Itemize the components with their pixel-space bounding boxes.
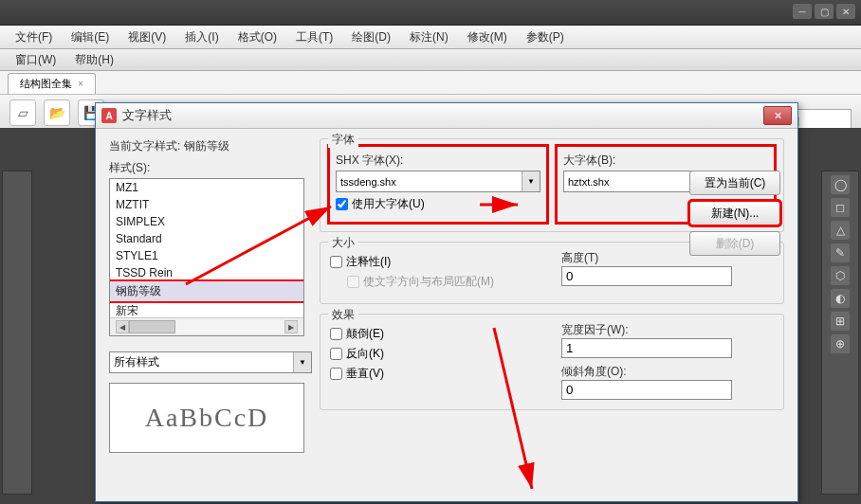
- backwards-checkbox[interactable]: 反向(K): [330, 346, 542, 362]
- checkbox-input[interactable]: [330, 348, 342, 360]
- tool-icon[interactable]: ◻: [831, 198, 850, 217]
- dialog-close-button[interactable]: ✕: [763, 106, 792, 125]
- delete-button[interactable]: 删除(D): [689, 231, 780, 256]
- checkbox-input[interactable]: [330, 368, 342, 380]
- checkbox-label: 颠倒(E): [346, 326, 384, 342]
- maximize-icon[interactable]: ▢: [815, 4, 834, 19]
- tab-label: 结构图全集: [20, 77, 72, 91]
- tab-close-icon[interactable]: ×: [78, 79, 83, 89]
- checkbox-input[interactable]: [336, 198, 348, 210]
- upsidedown-checkbox[interactable]: 颠倒(E): [330, 326, 542, 342]
- new-icon[interactable]: ▱: [9, 99, 36, 126]
- checkbox-input[interactable]: [330, 256, 342, 268]
- left-toolbar: [2, 171, 32, 495]
- tool-icon[interactable]: ⊞: [831, 312, 850, 331]
- set-current-button[interactable]: 置为当前(C): [689, 171, 780, 195]
- width-factor-input[interactable]: [561, 338, 732, 358]
- list-item-selected[interactable]: 钢筋等级: [110, 281, 303, 301]
- menu-window[interactable]: 窗口(W): [8, 50, 64, 70]
- tool-icon[interactable]: ⬡: [831, 266, 850, 285]
- vertical-checkbox[interactable]: 垂直(V): [330, 366, 542, 382]
- menu-modify[interactable]: 修改(M): [460, 27, 515, 47]
- list-item[interactable]: Standard: [110, 230, 303, 247]
- menu-help[interactable]: 帮助(H): [67, 50, 121, 70]
- dialog-titlebar: A 文字样式 ✕: [96, 103, 797, 129]
- tab-document[interactable]: 结构图全集 ×: [8, 73, 96, 94]
- tool-icon[interactable]: ✎: [831, 243, 850, 262]
- tool-icon[interactable]: ◯: [831, 175, 850, 194]
- close-icon[interactable]: ✕: [836, 4, 855, 19]
- menu-insert[interactable]: 插入(I): [177, 27, 226, 47]
- big-font-value: hztxt.shx: [568, 176, 609, 188]
- chevron-down-icon[interactable]: ▼: [293, 352, 311, 372]
- font-preview: AaBbCcD: [109, 383, 304, 453]
- font-group-title: 字体: [328, 132, 358, 148]
- menu-draw[interactable]: 绘图(D): [344, 27, 398, 47]
- document-tabs: 结构图全集 ×: [0, 71, 861, 95]
- checkbox-label: 使用大字体(U): [352, 196, 425, 212]
- height-input[interactable]: [561, 266, 732, 286]
- scroll-left-icon[interactable]: ◀: [116, 320, 129, 333]
- tool-icon[interactable]: ◐: [831, 289, 850, 308]
- menu-param[interactable]: 参数(P): [519, 27, 572, 47]
- oblique-input[interactable]: [561, 380, 732, 400]
- checkbox-input: [347, 276, 359, 288]
- menu-bar: 文件(F) 编辑(E) 视图(V) 插入(I) 格式(O) 工具(T) 绘图(D…: [0, 26, 861, 49]
- menu-bar-2: 窗口(W) 帮助(H): [0, 49, 861, 71]
- dialog-buttons: 置为当前(C) 新建(N)... 删除(D): [689, 171, 784, 261]
- menu-dimension[interactable]: 标注(N): [402, 27, 456, 47]
- styles-listbox[interactable]: MZ1 MZTIT SIMPLEX Standard STYLE1 TSSD R…: [109, 178, 304, 336]
- checkbox-input[interactable]: [330, 328, 342, 340]
- checkbox-label: 注释性(I): [346, 254, 391, 270]
- annotative-checkbox[interactable]: 注释性(I): [330, 254, 542, 270]
- new-button[interactable]: 新建(N)...: [689, 201, 780, 225]
- list-item[interactable]: STYLE1: [110, 247, 303, 264]
- menu-file[interactable]: 文件(F): [8, 27, 60, 47]
- list-item[interactable]: SIMPLEX: [110, 213, 303, 230]
- list-item[interactable]: MZ1: [110, 179, 303, 196]
- oblique-label: 倾斜角度(O):: [561, 364, 774, 380]
- checkbox-label: 使文字方向与布局匹配(M): [363, 274, 494, 290]
- size-group-title: 大小: [328, 235, 358, 251]
- app-icon: A: [101, 108, 117, 123]
- checkbox-label: 反向(K): [346, 346, 384, 362]
- title-bar: ─ ▢ ✕: [0, 0, 861, 26]
- menu-view[interactable]: 视图(V): [120, 27, 174, 47]
- shx-font-value: tssdeng.shx: [340, 176, 396, 188]
- minimize-icon[interactable]: ─: [793, 4, 812, 19]
- tool-icon[interactable]: ⊕: [831, 334, 850, 353]
- scroll-right-icon[interactable]: ▶: [284, 320, 298, 333]
- big-font-label: 大字体(B):: [563, 153, 768, 169]
- shx-font-combo[interactable]: tssdeng.shx ▼: [336, 171, 540, 192]
- list-item[interactable]: TSSD Rein: [110, 264, 303, 281]
- chevron-down-icon[interactable]: ▼: [522, 171, 540, 191]
- menu-tools[interactable]: 工具(T): [288, 27, 340, 47]
- open-icon[interactable]: 📂: [44, 99, 70, 126]
- shx-font-label: SHX 字体(X):: [336, 153, 540, 169]
- text-style-dialog: A 文字样式 ✕ 当前文字样式: 钢筋等级 样式(S): MZ1 MZTIT S…: [95, 102, 798, 502]
- tool-icon[interactable]: △: [831, 221, 850, 240]
- effects-group-title: 效果: [328, 307, 358, 323]
- list-item[interactable]: MZTIT: [110, 196, 303, 213]
- dialog-title: 文字样式: [122, 107, 763, 124]
- menu-edit[interactable]: 编辑(E): [64, 27, 117, 47]
- checkbox-label: 垂直(V): [346, 366, 384, 382]
- effects-group: 效果 颠倒(E) 反向(K) 垂直(V) 宽度因子(W): 倾斜角度(O):: [320, 314, 784, 410]
- menu-format[interactable]: 格式(O): [230, 27, 284, 47]
- filter-combo[interactable]: 所有样式 ▼: [109, 351, 312, 373]
- use-bigfont-checkbox[interactable]: 使用大字体(U): [336, 196, 540, 212]
- match-orient-checkbox: 使文字方向与布局匹配(M): [347, 274, 542, 290]
- filter-value: 所有样式: [114, 354, 159, 370]
- width-factor-label: 宽度因子(W):: [561, 322, 774, 338]
- right-toolbar: ◯◻△✎⬡◐⊞⊕: [821, 171, 859, 495]
- horizontal-scrollbar[interactable]: ◀▶: [110, 317, 303, 335]
